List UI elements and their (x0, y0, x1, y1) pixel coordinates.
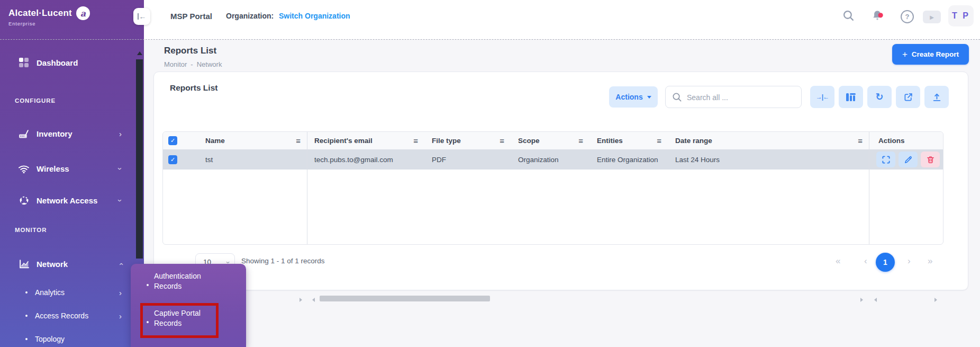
sidebar-item-topology[interactable]: Topology (0, 328, 144, 347)
sidebar-item-label: Dashboard (37, 58, 78, 67)
wifi-icon (18, 164, 30, 173)
sidebar-item-inventory[interactable]: Inventory › (0, 123, 144, 144)
column-header-scope[interactable]: Scope≡ (511, 132, 589, 149)
help-icon[interactable]: ? (901, 10, 914, 23)
cell-email: tech.pubs.to@gmail.com (307, 149, 424, 170)
refresh-icon[interactable]: ↻ (867, 86, 892, 108)
sidebar-item-network[interactable]: Network › (0, 253, 144, 274)
search-input[interactable] (686, 87, 799, 108)
search-box (665, 86, 802, 108)
user-avatar[interactable]: T P (948, 5, 974, 26)
sidebar-item-label: Access Records (35, 312, 88, 320)
sidebar-item-dashboard[interactable]: Dashboard (0, 52, 144, 73)
sidebar-item-network-access[interactable]: Network Access › (0, 190, 144, 211)
inventory-icon (18, 129, 30, 138)
chevron-right-icon: › (119, 289, 122, 297)
column-header-file-type[interactable]: File type≡ (424, 132, 511, 149)
switch-organization-link[interactable]: Switch Organization (279, 12, 350, 20)
reports-list-card: Reports List Actions →|← ↻ (153, 72, 968, 290)
collapse-arrow-icon: ← (138, 13, 147, 20)
flyout-item-authentication-records[interactable]: Authentication Records (154, 271, 225, 291)
breadcrumb: Monitor - Network (164, 60, 222, 68)
portal-title: MSP Portal (170, 12, 212, 21)
scroll-right-arrow[interactable] (860, 298, 863, 302)
preview-report-button[interactable] (876, 152, 895, 167)
bullet-icon (25, 338, 28, 340)
select-all-cell: ✓ (163, 132, 181, 149)
page-title: Reports List (164, 46, 216, 56)
column-menu-icon[interactable]: ≡ (500, 137, 504, 145)
report-row[interactable]: ✓ tst tech.pubs.to@gmail.com PDF Organiz… (163, 149, 943, 170)
sidebar-section-configure: CONFIGURE (15, 97, 56, 104)
edit-report-button[interactable] (899, 152, 918, 167)
sidebar-scroll-up-arrow[interactable] (137, 51, 142, 55)
column-menu-icon[interactable]: ≡ (657, 137, 661, 145)
cell-actions (869, 149, 943, 170)
column-header-actions: Actions (869, 132, 943, 149)
breadcrumb-separator: - (190, 60, 193, 68)
scroll-right-arrow[interactable] (300, 298, 302, 302)
next-page-button[interactable]: › (908, 256, 911, 265)
delete-report-button[interactable] (921, 152, 940, 167)
column-header-name[interactable]: Name≡ (181, 132, 307, 149)
bullet-icon (147, 284, 149, 286)
app-root: MSP Portal Organization: Switch Organiza… (0, 0, 980, 347)
horizontal-scrollbar-thumb[interactable] (320, 296, 490, 301)
select-all-checkbox[interactable]: ✓ (168, 136, 177, 145)
card-title: Reports List (170, 83, 217, 93)
sidebar-item-label: Network Access (37, 196, 97, 205)
scroll-left-arrow[interactable] (312, 298, 315, 302)
chevron-down-icon: › (116, 167, 124, 170)
column-header-email[interactable]: Recipient's email≡ (307, 132, 424, 149)
brand-tagline: Enterprise (8, 21, 35, 26)
brand-logo: Alcatel·Lucent a (8, 6, 90, 20)
header-divider (0, 39, 980, 40)
video-tutorial-icon[interactable]: ▶ (923, 11, 941, 23)
cell-scope: Organization (511, 149, 589, 170)
notifications-bell-icon[interactable] (871, 9, 884, 22)
scroll-right-arrow[interactable] (934, 298, 937, 302)
annotation-highlight-box (140, 303, 219, 338)
sidebar-item-label: Topology (35, 335, 65, 343)
chart-icon (18, 259, 30, 269)
row-checkbox[interactable]: ✓ (168, 155, 177, 164)
export-icon[interactable] (896, 86, 920, 108)
column-header-entities[interactable]: Entities≡ (589, 132, 668, 149)
locked-pane-divider (307, 132, 307, 244)
reports-table: ✓ Name≡ Recipient's email≡ File type≡ Sc… (162, 131, 943, 245)
brand-name: Alcatel·Lucent (8, 8, 72, 19)
ale-logo-icon: a (76, 6, 90, 20)
upload-icon[interactable] (924, 86, 949, 108)
sidebar-item-wireless[interactable]: Wireless › (0, 158, 144, 179)
network-submenu-flyout: Authentication Records Captive Portal Re… (131, 264, 246, 347)
sidebar-item-access-records[interactable]: Access Records › (0, 305, 144, 326)
previous-page-button[interactable]: ‹ (864, 256, 867, 265)
breadcrumb-parent[interactable]: Monitor (164, 60, 187, 68)
create-report-button[interactable]: + Create Report (892, 44, 969, 65)
column-header-date-range[interactable]: Date range≡ (668, 132, 869, 149)
sidebar-collapse-button[interactable]: ← (133, 8, 150, 25)
columns-icon[interactable] (839, 86, 863, 108)
global-search-icon[interactable] (842, 10, 855, 22)
collapse-columns-icon[interactable]: →|← (810, 86, 834, 108)
network-access-icon (18, 195, 30, 206)
actions-dropdown-button[interactable]: Actions (609, 86, 658, 108)
breadcrumb-current: Network (197, 60, 222, 68)
actions-label: Actions (615, 93, 642, 101)
column-menu-icon[interactable]: ≡ (858, 137, 863, 145)
column-menu-icon[interactable]: ≡ (296, 137, 301, 145)
column-menu-icon[interactable]: ≡ (578, 137, 583, 145)
scroll-left-arrow[interactable] (874, 298, 877, 302)
first-page-button[interactable]: « (836, 256, 840, 265)
sidebar-scrollbar[interactable] (136, 59, 143, 259)
current-page-button[interactable]: 1 (876, 253, 895, 272)
caret-down-icon (647, 96, 651, 99)
plus-icon: + (902, 49, 908, 60)
organization-label: Organization: (226, 12, 274, 20)
table-header-row: ✓ Name≡ Recipient's email≡ File type≡ Sc… (163, 132, 943, 150)
sidebar-item-analytics[interactable]: Analytics › (0, 282, 144, 303)
last-page-button[interactable]: » (928, 256, 932, 265)
cell-file-type: PDF (424, 149, 511, 170)
cell-name: tst (181, 149, 307, 170)
column-menu-icon[interactable]: ≡ (413, 137, 418, 145)
